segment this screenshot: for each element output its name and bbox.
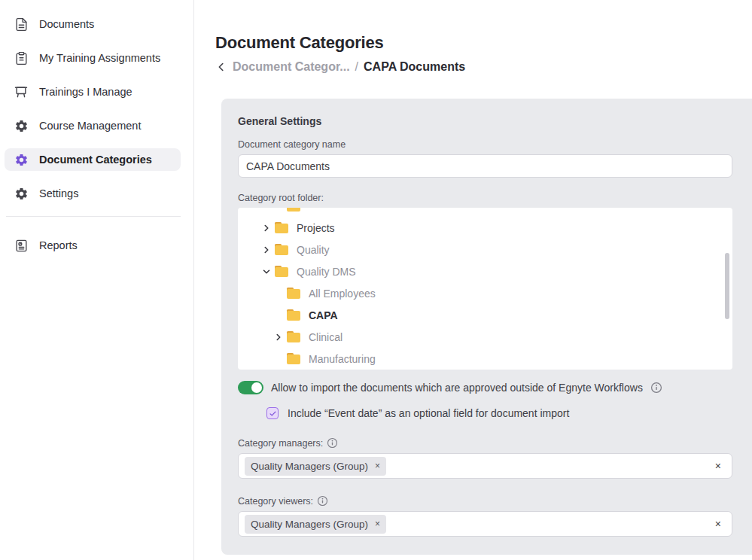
tree-row-clinical[interactable]: Clinical xyxy=(238,326,732,348)
manager-chip: Quality Managers (Group) × xyxy=(245,457,386,476)
info-icon[interactable] xyxy=(650,382,662,394)
clipboard-icon xyxy=(14,50,29,65)
section-title: General Settings xyxy=(238,115,732,127)
chevron-right-icon[interactable] xyxy=(259,223,274,233)
toggle-knob xyxy=(251,382,262,393)
clear-field-icon[interactable]: × xyxy=(715,461,721,471)
sidebar: Documents My Training Assignments Traini… xyxy=(0,0,194,560)
category-viewers-input[interactable]: Quality Managers (Group) × × xyxy=(238,511,732,537)
import-toggle[interactable] xyxy=(238,381,263,394)
folder-icon xyxy=(286,330,301,343)
event-date-checkbox-row: Include “Event date” as an optional fiel… xyxy=(266,407,732,419)
page-title: Document Categories xyxy=(215,33,752,53)
folder-icon xyxy=(274,243,289,256)
sidebar-item-label: My Training Assignments xyxy=(39,52,160,64)
breadcrumb-separator: / xyxy=(355,60,358,74)
gear-icon xyxy=(14,186,29,201)
sidebar-item-label: Reports xyxy=(39,239,78,251)
sidebar-item-trainings-i-manage[interactable]: Trainings I Manage xyxy=(5,81,181,103)
tree-row-label: Manufacturing xyxy=(309,353,376,365)
category-viewers-label: Category viewers: xyxy=(238,495,732,507)
tree-row[interactable] xyxy=(238,208,732,217)
tree-row-label: All Employees xyxy=(309,288,376,300)
category-name-label: Document category name xyxy=(238,139,732,150)
chip-remove-icon[interactable]: × xyxy=(375,461,380,470)
chevron-right-icon[interactable] xyxy=(271,332,286,342)
category-managers-input[interactable]: Quality Managers (Group) × × xyxy=(238,453,732,479)
folder-icon xyxy=(274,221,289,234)
general-settings-panel: General Settings Document category name … xyxy=(221,99,752,555)
breadcrumb-current: CAPA Documents xyxy=(364,60,465,74)
folder-icon xyxy=(286,208,301,212)
tree-row-label: Quality xyxy=(297,244,330,256)
tree-row-label: Clinical xyxy=(309,331,343,343)
sidebar-item-label: Trainings I Manage xyxy=(39,86,132,98)
gear-icon xyxy=(14,118,29,133)
tree-row-label: Quality DMS xyxy=(297,266,356,278)
folder-icon xyxy=(286,352,301,365)
breadcrumb: Document Categor... / CAPA Documents xyxy=(215,60,752,74)
chip-remove-icon[interactable]: × xyxy=(375,519,380,528)
document-icon xyxy=(14,17,29,32)
category-name-input[interactable] xyxy=(238,154,732,178)
folder-icon xyxy=(286,287,301,300)
chevron-right-icon[interactable] xyxy=(259,245,274,255)
sidebar-item-label: Document Categories xyxy=(39,154,152,166)
import-toggle-label: Allow to import the documents which are … xyxy=(271,382,643,394)
sidebar-item-settings[interactable]: Settings xyxy=(5,182,181,205)
sidebar-item-document-categories[interactable]: Document Categories xyxy=(5,148,181,171)
sidebar-divider xyxy=(6,216,181,217)
sidebar-item-reports[interactable]: Reports xyxy=(5,234,181,257)
sidebar-item-documents[interactable]: Documents xyxy=(5,13,181,35)
gear-icon xyxy=(14,152,29,167)
sidebar-item-course-management[interactable]: Course Management xyxy=(5,114,181,137)
tree-row-label: CAPA xyxy=(309,309,338,321)
sidebar-item-label: Course Management xyxy=(39,120,141,132)
info-icon[interactable] xyxy=(317,495,328,507)
presentation-board-icon xyxy=(14,84,29,99)
app-root: Documents My Training Assignments Traini… xyxy=(0,0,752,560)
tree-row-manufacturing[interactable]: Manufacturing xyxy=(238,348,732,370)
info-icon[interactable] xyxy=(327,437,338,449)
tree-row-projects[interactable]: Projects xyxy=(238,217,732,239)
import-toggle-row: Allow to import the documents which are … xyxy=(238,381,732,394)
event-date-checkbox[interactable] xyxy=(266,407,279,419)
chip-label: Quality Managers (Group) xyxy=(251,461,368,472)
report-icon xyxy=(14,238,29,253)
viewer-chip: Quality Managers (Group) × xyxy=(245,515,386,534)
folder-icon xyxy=(274,265,289,278)
chevron-down-icon[interactable] xyxy=(259,266,274,277)
breadcrumb-parent[interactable]: Document Categor... xyxy=(233,60,350,74)
tree-row-label: Projects xyxy=(297,222,335,234)
tree-row-quality[interactable]: Quality xyxy=(238,239,732,260)
back-chevron-icon[interactable] xyxy=(215,61,227,73)
category-managers-label: Category managers: xyxy=(238,437,732,449)
sidebar-item-label: Settings xyxy=(39,187,78,199)
tree-row-capa[interactable]: CAPA xyxy=(238,304,732,326)
folder-icon xyxy=(286,309,301,321)
root-folder-label: Category root folder: xyxy=(238,193,732,203)
clear-field-icon[interactable]: × xyxy=(715,519,721,529)
check-icon xyxy=(269,409,277,418)
main-content: Document Categories Document Categor... … xyxy=(194,0,752,560)
sidebar-item-label: Documents xyxy=(39,18,94,30)
event-date-checkbox-label: Include “Event date” as an optional fiel… xyxy=(288,407,569,419)
tree-scrollbar[interactable] xyxy=(725,253,729,319)
sidebar-item-my-training-assignments[interactable]: My Training Assignments xyxy=(5,47,181,69)
tree-row-quality-dms[interactable]: Quality DMS xyxy=(238,260,732,282)
chip-label: Quality Managers (Group) xyxy=(251,519,368,530)
folder-tree: Projects Quality Quality DMS All Employe… xyxy=(238,208,732,370)
tree-row-all-employees[interactable]: All Employees xyxy=(238,282,732,304)
